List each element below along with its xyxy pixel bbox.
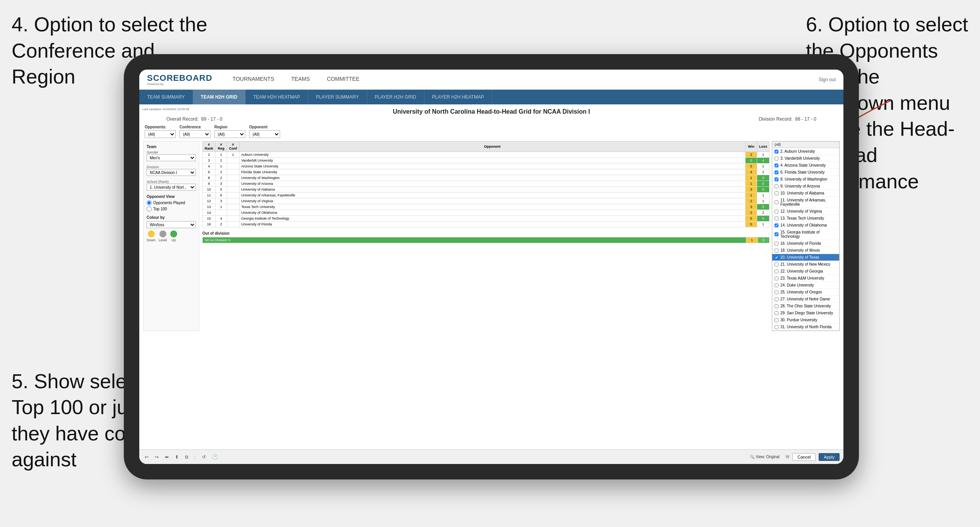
dropdown-list-item[interactable]: 24. Duke University: [772, 282, 839, 289]
cell-opponent: University of Arizona: [239, 181, 745, 187]
dropdown-list-item[interactable]: 23. Texas A&M University: [772, 275, 839, 282]
bottom-toolbar: ↩ ↪ ⬅ ⬆ ⧉ | ↺ 🕐 🔍 View: Original W Cance…: [139, 449, 843, 464]
dropdown-list-item[interactable]: 2. Auburn University: [772, 148, 839, 155]
dropdown-list-item[interactable]: 27. University of Notre Dame: [772, 296, 839, 303]
tab-team-summary[interactable]: TEAM SUMMARY: [139, 90, 193, 104]
dropdown-list-item[interactable]: 31. University of North Florida: [772, 324, 839, 331]
gender-select[interactable]: Men's: [147, 154, 196, 161]
filter-opponents-select[interactable]: (All): [145, 130, 176, 138]
dropdown-list-item[interactable]: 25. University of Oregon: [772, 289, 839, 296]
dropdown-checkbox[interactable]: [775, 191, 778, 195]
dropdown-checkbox[interactable]: [775, 311, 778, 315]
toolbar-divider: |: [193, 454, 197, 460]
dropdown-checkbox[interactable]: [775, 325, 778, 329]
dropdown-list-item[interactable]: 30. Purdue University: [772, 317, 839, 324]
toolbar-view: 🔍 View: Original: [750, 455, 779, 459]
dropdown-checkbox[interactable]: [775, 290, 778, 294]
dropdown-list-item[interactable]: 20. University of Texas: [772, 254, 839, 261]
dropdown-checkbox[interactable]: [775, 256, 778, 259]
tab-team-h2h-heatmap[interactable]: TEAM H2H HEATMAP: [245, 90, 308, 104]
dropdown-checkbox[interactable]: [775, 242, 778, 246]
tab-player-h2h-grid[interactable]: PLAYER H2H GRID: [367, 90, 424, 104]
cell-win: 5: [745, 222, 757, 227]
toolbar-back[interactable]: ⬅: [163, 454, 170, 460]
radio-top-100[interactable]: Top 100: [147, 206, 196, 211]
dropdown-checkbox[interactable]: [775, 276, 778, 280]
toolbar-refresh[interactable]: ↺: [200, 454, 207, 460]
dropdown-checkbox[interactable]: [775, 297, 778, 301]
dropdown-checkbox[interactable]: [775, 157, 778, 160]
out-of-div-table: NCAA Division II 1 0: [202, 237, 770, 243]
dropdown-list-item[interactable]: 16. University of Florida: [772, 240, 839, 247]
school-rank-select[interactable]: 1. University of Nort...: [147, 184, 196, 191]
toolbar-redo[interactable]: ↪: [153, 454, 160, 460]
dropdown-list-item[interactable]: 28. The Ohio State University: [772, 303, 839, 310]
division-section: Division NCAA Division I: [147, 165, 196, 176]
sign-out-link[interactable]: Sign out: [819, 77, 836, 82]
dropdown-checkbox[interactable]: [775, 217, 778, 220]
colour-by-select[interactable]: Win/loss: [147, 221, 196, 228]
tab-player-summary[interactable]: PLAYER SUMMARY: [308, 90, 367, 104]
filter-conference-select[interactable]: (All): [180, 130, 210, 138]
dropdown-checkbox[interactable]: [775, 263, 778, 266]
dropdown-checkbox[interactable]: [775, 150, 778, 153]
toolbar-clock[interactable]: 🕐: [210, 454, 219, 460]
dropdown-list-item[interactable]: 14. University of Oklahoma: [772, 222, 839, 229]
dropdown-checkbox[interactable]: [775, 304, 778, 308]
dropdown-list-item[interactable]: 18. University of Illinois: [772, 247, 839, 254]
cell-loss: 1: [757, 198, 769, 204]
dropdown-list-item[interactable]: 9. University of Arizona: [772, 183, 839, 190]
cancel-button[interactable]: Cancel: [792, 453, 816, 461]
tab-team-h2h-grid[interactable]: TEAM H2H GRID: [193, 90, 246, 104]
dropdown-checkbox[interactable]: [775, 223, 778, 227]
dropdown-checkbox[interactable]: [775, 184, 778, 188]
tab-player-h2h-heatmap[interactable]: PLAYER H2H HEATMAP: [424, 90, 492, 104]
dropdown-checkbox[interactable]: [775, 177, 778, 181]
nav-tournaments[interactable]: TOURNAMENTS: [224, 70, 283, 90]
dropdown-checkbox[interactable]: [775, 210, 778, 213]
toolbar-copy[interactable]: ⧉: [183, 454, 190, 460]
dropdown-checkbox[interactable]: [775, 164, 778, 167]
cell-loss: 0: [757, 175, 769, 181]
toolbar-forward[interactable]: ⬆: [173, 454, 180, 460]
dropdown-list-item[interactable]: 11. University of Arkansas, Fayetteville: [772, 197, 839, 208]
cell-win: 1: [745, 193, 757, 198]
dropdown-checkbox[interactable]: [775, 283, 778, 287]
apply-button[interactable]: Apply: [819, 453, 840, 461]
dropdown-checkbox[interactable]: [775, 232, 778, 236]
cell-opponent: University of Oklahoma: [239, 210, 745, 216]
cell-reg: 2: [215, 158, 227, 164]
dropdown-checkbox[interactable]: [775, 249, 778, 252]
cell-rank: 3: [203, 158, 215, 164]
cell-rank: 4: [203, 164, 215, 169]
dropdown-list-item[interactable]: 3. Vanderbilt University: [772, 155, 839, 162]
dropdown-list-item[interactable]: 21. University of New Mexico: [772, 261, 839, 268]
dropdown-checkbox[interactable]: [775, 318, 778, 322]
nav-teams[interactable]: TEAMS: [283, 70, 318, 90]
dropdown-list-item[interactable]: 12. University of Virginia: [772, 208, 839, 215]
dropdown-checkbox[interactable]: [775, 269, 778, 273]
dropdown-checkbox[interactable]: [775, 171, 778, 174]
nav-committee[interactable]: COMMITTEE: [318, 70, 368, 90]
cell-reg: 3: [215, 181, 227, 187]
table-row: 10 5 University of Alabama 3 0: [203, 187, 770, 193]
toolbar-undo[interactable]: ↩: [143, 454, 150, 460]
dropdown-list-item[interactable]: 29. San Diego State University: [772, 310, 839, 317]
dropdown-list-item[interactable]: 8. University of Washington: [772, 176, 839, 183]
dropdown-list-item[interactable]: 6. Florida State University: [772, 169, 839, 176]
division-select[interactable]: NCAA Division I: [147, 169, 196, 176]
dropdown-checkbox[interactable]: [775, 200, 778, 204]
col-reg: #Reg: [215, 142, 227, 152]
cell-win: 0: [745, 158, 757, 164]
filter-region-select[interactable]: (All): [214, 130, 245, 138]
dropdown-list-item[interactable]: 22. University of Georgia: [772, 268, 839, 275]
dropdown-list-item[interactable]: 13. Texas Tech University: [772, 215, 839, 222]
radio-opponents-played[interactable]: Opponents Played: [147, 200, 196, 205]
filter-opponent-select[interactable]: (All): [249, 130, 280, 138]
col-conf: #Conf: [227, 142, 239, 152]
dropdown-list-item[interactable]: 4. Arizona State University: [772, 162, 839, 169]
dropdown-list-item[interactable]: 15. Georgia Institute of Technology: [772, 229, 839, 240]
dropdown-list-item[interactable]: 10. University of Alabama: [772, 190, 839, 197]
dropdown-item-label: 16. University of Florida: [780, 241, 821, 246]
cell-conf: [227, 181, 239, 187]
